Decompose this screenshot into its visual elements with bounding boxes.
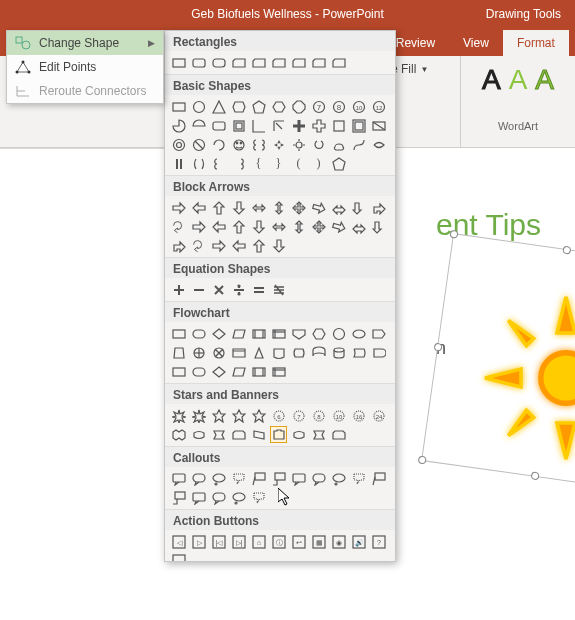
shape-option[interactable]: [370, 470, 387, 487]
shape-option[interactable]: [290, 325, 307, 342]
shape-option[interactable]: [210, 281, 227, 298]
shape-option[interactable]: ◉: [330, 533, 347, 550]
shape-option[interactable]: [270, 363, 287, 380]
shape-option[interactable]: [210, 136, 227, 153]
shape-option[interactable]: [250, 117, 267, 134]
shape-option[interactable]: [210, 426, 227, 443]
shape-option[interactable]: [230, 117, 247, 134]
shape-option[interactable]: [170, 426, 187, 443]
shape-option[interactable]: [330, 136, 347, 153]
shape-option[interactable]: ▷: [190, 533, 207, 550]
shape-option[interactable]: [270, 281, 287, 298]
shape-option[interactable]: [350, 117, 367, 134]
shape-option[interactable]: [210, 98, 227, 115]
shape-option[interactable]: 6: [270, 407, 287, 424]
shape-option[interactable]: [250, 281, 267, 298]
shape-option[interactable]: [230, 281, 247, 298]
wordart-style-2[interactable]: A: [509, 64, 528, 96]
shape-option[interactable]: [330, 344, 347, 361]
shape-option[interactable]: [310, 117, 327, 134]
wordart-style-3[interactable]: A: [535, 64, 554, 96]
shape-option[interactable]: 16: [350, 407, 367, 424]
shape-option[interactable]: [190, 489, 207, 506]
wordart-style-1[interactable]: A: [482, 64, 501, 96]
shape-option[interactable]: [250, 489, 267, 506]
shape-option[interactable]: [270, 136, 287, 153]
shape-option[interactable]: [190, 344, 207, 361]
shape-option[interactable]: [190, 470, 207, 487]
tab-view[interactable]: View: [449, 30, 503, 56]
shape-option[interactable]: [210, 237, 227, 254]
shape-option[interactable]: 10: [350, 98, 367, 115]
shape-option[interactable]: [230, 325, 247, 342]
shape-option[interactable]: [170, 98, 187, 115]
shape-option[interactable]: [210, 117, 227, 134]
shape-option[interactable]: ): [310, 155, 327, 172]
shape-option[interactable]: [190, 426, 207, 443]
shape-option[interactable]: [250, 98, 267, 115]
shape-option[interactable]: [350, 344, 367, 361]
shape-option[interactable]: [190, 199, 207, 216]
shape-option[interactable]: [190, 281, 207, 298]
shape-option[interactable]: [210, 155, 227, 172]
menu-item-edit-points[interactable]: Edit Points: [7, 55, 163, 79]
shape-option[interactable]: [350, 325, 367, 342]
shape-option[interactable]: ?: [370, 533, 387, 550]
shape-option[interactable]: [310, 344, 327, 361]
shape-option[interactable]: [170, 489, 187, 506]
shape-option[interactable]: [310, 54, 327, 71]
shape-option[interactable]: }: [270, 155, 287, 172]
shape-option[interactable]: [270, 325, 287, 342]
shape-option[interactable]: [230, 426, 247, 443]
shape-option[interactable]: [170, 218, 187, 235]
shape-option[interactable]: ◁: [170, 533, 187, 550]
resize-handle[interactable]: [449, 230, 458, 239]
shape-option[interactable]: [350, 199, 367, 216]
shape-option[interactable]: [370, 325, 387, 342]
shape-option[interactable]: [330, 218, 347, 235]
shape-option[interactable]: [190, 325, 207, 342]
wordart-gallery[interactable]: A A A: [467, 64, 569, 96]
shape-option[interactable]: [190, 407, 207, 424]
resize-handle[interactable]: [562, 246, 571, 255]
shape-option[interactable]: [330, 117, 347, 134]
shape-option[interactable]: [230, 98, 247, 115]
shape-option[interactable]: 7: [310, 98, 327, 115]
shape-option[interactable]: [230, 470, 247, 487]
slide-canvas[interactable]: ent Tips n: [396, 148, 575, 620]
shape-option[interactable]: [170, 470, 187, 487]
shape-option[interactable]: [250, 363, 267, 380]
shape-option[interactable]: [230, 363, 247, 380]
shape-option[interactable]: 8: [330, 98, 347, 115]
shape-option[interactable]: [270, 344, 287, 361]
shape-option[interactable]: [290, 199, 307, 216]
shape-option[interactable]: [170, 325, 187, 342]
shape-option[interactable]: [230, 344, 247, 361]
shape-option[interactable]: [250, 218, 267, 235]
shape-option[interactable]: [250, 407, 267, 424]
shape-option[interactable]: [330, 155, 347, 172]
shape-option[interactable]: |◁: [210, 533, 227, 550]
shape-option[interactable]: [270, 98, 287, 115]
shape-option[interactable]: [270, 470, 287, 487]
shape-option[interactable]: [210, 470, 227, 487]
shape-option[interactable]: [230, 155, 247, 172]
shape-option[interactable]: [290, 470, 307, 487]
shape-option[interactable]: ▷|: [230, 533, 247, 550]
shape-option[interactable]: [230, 136, 247, 153]
shape-option[interactable]: [210, 54, 227, 71]
shape-option[interactable]: ↩: [290, 533, 307, 550]
shape-option[interactable]: [330, 199, 347, 216]
shape-option[interactable]: [230, 54, 247, 71]
shape-option[interactable]: [170, 117, 187, 134]
shape-option[interactable]: [190, 363, 207, 380]
shape-option[interactable]: [290, 426, 307, 443]
shape-option[interactable]: [210, 199, 227, 216]
shape-option[interactable]: [250, 325, 267, 342]
shape-option[interactable]: [250, 426, 267, 443]
shape-option[interactable]: [250, 344, 267, 361]
shape-option[interactable]: [250, 237, 267, 254]
shape-option[interactable]: [270, 54, 287, 71]
shape-option[interactable]: [170, 344, 187, 361]
shape-option[interactable]: [230, 489, 247, 506]
